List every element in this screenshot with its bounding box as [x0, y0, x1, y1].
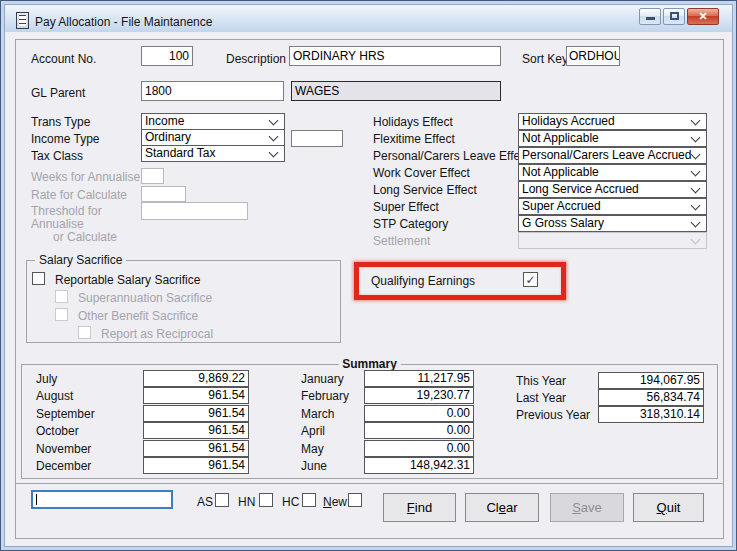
sort-key-field[interactable]: ORDHOU [566, 46, 620, 66]
flexitime-effect-value: Not Applicable [522, 131, 599, 145]
long-service-effect-value: Long Service Accrued [522, 182, 639, 196]
long-service-effect-dropdown[interactable]: Long Service Accrued [518, 181, 707, 198]
save-button[interactable]: Save [550, 493, 624, 522]
chevron-down-icon [691, 167, 701, 177]
window-title: Pay Allocation - File Maintanence [35, 15, 212, 29]
tax-class-label: Tax Class [31, 149, 83, 163]
stp-category-value: G Gross Salary [522, 216, 604, 230]
quit-label-rest: uit [667, 500, 681, 515]
qualifying-earnings-checkbox[interactable]: ✓ [523, 272, 538, 287]
chevron-down-icon [691, 235, 701, 245]
income-type-label: Income Type [31, 132, 99, 146]
settlement-dropdown [518, 232, 707, 249]
find-button[interactable]: Find [383, 493, 456, 522]
chevron-down-icon [691, 184, 701, 194]
hc-label-text: HC [282, 495, 299, 509]
may-value[interactable]: 0.00 [364, 440, 474, 457]
minimize-button[interactable] [639, 8, 661, 25]
january-value[interactable]: 11,217.95 [364, 370, 474, 387]
weeks-for-annualise-label: Weeks for Annualise [31, 170, 140, 184]
gl-parent-field[interactable]: 1800 [141, 81, 284, 101]
clear-button[interactable]: Clear [465, 493, 539, 522]
threshold-field[interactable] [141, 202, 248, 220]
holidays-effect-value: Holidays Accrued [522, 114, 615, 128]
chevron-down-icon [691, 150, 701, 160]
february-value[interactable]: 19,230.77 [364, 387, 474, 404]
chevron-down-icon [269, 116, 279, 126]
income-type-extra-field[interactable] [291, 130, 343, 147]
superannuation-sacrifice-label: Superannuation Sacrifice [78, 291, 212, 305]
maximize-button[interactable] [663, 8, 685, 25]
find-label-rest: ind [415, 500, 432, 515]
this-year-value[interactable]: 194,067.95 [598, 372, 704, 389]
last-year-value[interactable]: 56,834.74 [598, 389, 704, 406]
reportable-salary-sacrifice-label: Reportable Salary Sacrifice [55, 273, 200, 287]
quit-button[interactable]: Quit [633, 493, 704, 522]
new-label-rest: ew [332, 495, 347, 509]
description-field[interactable]: ORDINARY HRS [289, 46, 501, 66]
close-icon: ✕ [698, 10, 707, 22]
chevron-down-icon [269, 148, 279, 158]
holidays-effect-label: Holidays Effect [373, 115, 453, 129]
work-cover-effect-label: Work Cover Effect [373, 166, 470, 180]
hn-checkbox[interactable] [259, 493, 273, 507]
qualifying-earnings-label: Qualifying Earnings [371, 274, 475, 288]
settlement-label: Settlement [373, 234, 430, 248]
work-cover-effect-dropdown[interactable]: Not Applicable [518, 164, 707, 181]
threshold-label-line3: or Calculate [53, 230, 117, 244]
personal-carers-leave-effect-value: Personal/Carers Leave Accrued [522, 148, 691, 162]
search-input[interactable] [31, 490, 173, 509]
reportable-salary-sacrifice-checkbox[interactable] [32, 272, 45, 285]
april-value[interactable]: 0.00 [364, 422, 474, 439]
august-label: August [36, 389, 73, 403]
as-checkbox[interactable] [215, 493, 229, 507]
holidays-effect-dropdown[interactable]: Holidays Accrued [518, 113, 707, 130]
july-value[interactable]: 9,869.22 [143, 370, 249, 387]
clear-label-rest: ar [506, 500, 518, 515]
july-label: July [36, 372, 57, 386]
june-value[interactable]: 148,942.31 [364, 457, 474, 474]
trans-type-dropdown[interactable]: Income [141, 113, 285, 130]
new-label-key: N [323, 495, 332, 509]
stp-category-dropdown[interactable]: G Gross Salary [518, 215, 707, 232]
march-label: March [301, 407, 334, 421]
december-label: December [36, 459, 91, 473]
report-as-reciprocal-checkbox [78, 326, 91, 339]
august-value[interactable]: 961.54 [143, 387, 249, 404]
flexitime-effect-dropdown[interactable]: Not Applicable [518, 130, 707, 147]
november-value[interactable]: 961.54 [143, 440, 249, 457]
super-effect-value: Super Accrued [522, 199, 601, 213]
save-label-rest: ave [581, 500, 602, 515]
october-value[interactable]: 961.54 [143, 422, 249, 439]
last-year-label: Last Year [516, 391, 566, 405]
close-button[interactable]: ✕ [687, 8, 719, 25]
february-label: February [301, 389, 349, 403]
pay-allocation-window: Pay Allocation - File Maintanence ✕ Acco… [0, 0, 737, 551]
document-icon [16, 12, 29, 29]
personal-carers-leave-effect-dropdown[interactable]: Personal/Carers Leave Accrued [518, 147, 707, 164]
clear-label-pre: Cl [486, 500, 498, 515]
march-value[interactable]: 0.00 [364, 405, 474, 422]
september-value[interactable]: 961.54 [143, 405, 249, 422]
weeks-for-annualise-field[interactable] [141, 168, 164, 184]
work-cover-effect-value: Not Applicable [522, 165, 599, 179]
trans-type-label: Trans Type [31, 115, 90, 129]
text-caret [36, 494, 37, 505]
gl-parent-name-field: WAGES [291, 81, 501, 101]
as-label-text: AS [197, 495, 213, 509]
account-no-field[interactable]: 100 [141, 46, 193, 66]
rate-for-calculate-field[interactable] [141, 186, 186, 202]
tax-class-dropdown[interactable]: Standard Tax [141, 145, 285, 162]
hc-checkbox-label: HC [282, 495, 299, 509]
income-type-dropdown[interactable]: Ordinary [141, 129, 285, 146]
report-as-reciprocal-label: Report as Reciprocal [101, 327, 213, 341]
super-effect-dropdown[interactable]: Super Accrued [518, 198, 707, 215]
previous-year-value[interactable]: 318,310.14 [598, 406, 704, 423]
chevron-down-icon [691, 201, 701, 211]
title-bar[interactable]: Pay Allocation - File Maintanence [5, 5, 732, 32]
hc-checkbox[interactable] [302, 493, 316, 507]
december-value[interactable]: 961.54 [143, 457, 249, 474]
threshold-label-line1: Threshold for [31, 204, 102, 218]
new-checkbox[interactable] [348, 493, 362, 507]
chevron-down-icon [691, 116, 701, 126]
